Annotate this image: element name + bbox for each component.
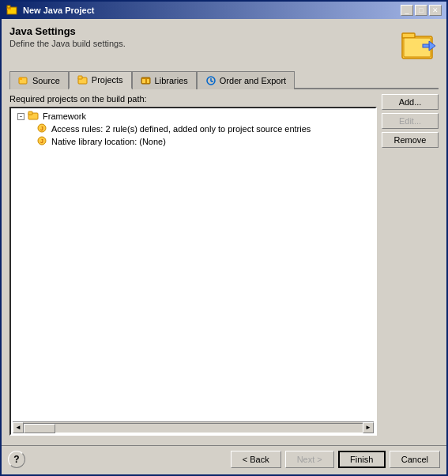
horizontal-scrollbar[interactable]: ◄ ► — [13, 421, 374, 433]
tab-source-label: Source — [32, 76, 60, 85]
tab-libraries-label: Libraries — [155, 76, 188, 85]
add-button[interactable]: Add... — [382, 94, 439, 110]
help-button[interactable]: ? — [8, 451, 25, 468]
tab-libraries[interactable]: Libraries — [132, 71, 197, 89]
svg-rect-19 — [28, 111, 32, 115]
native-lib-icon: J — [36, 136, 47, 147]
section-label: Required projects on the build path: — [9, 94, 377, 104]
window-title: New Java Project — [23, 6, 397, 15]
footer-left: ? — [8, 451, 25, 468]
tree-item-native-lib-label: Native library location: (None) — [51, 137, 166, 146]
finish-button[interactable]: Finish — [338, 451, 386, 468]
tab-order-export[interactable]: Order and Export — [197, 71, 295, 89]
main-content: Java Settings Define the Java build sett… — [2, 19, 446, 442]
tree-item-access-rules-label: Access rules: 2 rule(s) defined, added o… — [51, 124, 311, 134]
footer: ? < Back Next > Finish Cancel — [2, 445, 446, 474]
tree-item-native-lib[interactable]: J Native library location: (None) — [35, 135, 374, 148]
scrollbar-thumb[interactable] — [24, 424, 55, 433]
svg-text:J: J — [40, 126, 43, 131]
title-bar: New Java Project _ □ ✕ — [2, 2, 446, 19]
cancel-button[interactable]: Cancel — [390, 451, 440, 468]
scrollbar-track — [24, 423, 363, 433]
order-export-tab-icon — [205, 75, 216, 86]
tree-item-framework-label: Framework — [43, 111, 86, 121]
maximize-button[interactable]: □ — [415, 5, 427, 16]
new-java-project-window: New Java Project _ □ ✕ Java Settings Def… — [0, 0, 448, 476]
header-folder-icon — [401, 25, 439, 63]
tab-order-export-label: Order and Export — [220, 76, 286, 85]
close-button[interactable]: ✕ — [429, 5, 442, 16]
libraries-tab-icon — [141, 75, 152, 86]
footer-right: < Back Next > Finish Cancel — [231, 451, 440, 468]
svg-rect-9 — [19, 77, 22, 80]
back-button[interactable]: < Back — [231, 451, 281, 468]
svg-rect-11 — [78, 76, 82, 79]
next-button[interactable]: Next > — [285, 451, 334, 468]
svg-rect-2 — [7, 6, 10, 8]
tree-panel[interactable]: - Framework — [9, 107, 377, 436]
scroll-left-button[interactable]: ◄ — [13, 422, 24, 433]
projects-tab-icon — [77, 74, 88, 85]
folder-icon-framework — [28, 111, 39, 122]
tab-projects-label: Projects — [92, 75, 123, 85]
expand-icon-framework[interactable]: - — [17, 113, 24, 120]
svg-rect-14 — [147, 79, 149, 83]
tab-projects[interactable]: Projects — [69, 71, 132, 89]
svg-rect-7 — [423, 44, 429, 47]
main-panel: Required projects on the build path: - — [9, 94, 439, 436]
window-icon — [6, 4, 19, 17]
svg-rect-13 — [142, 79, 145, 83]
remove-button[interactable]: Remove — [382, 132, 439, 148]
title-bar-buttons: _ □ ✕ — [401, 5, 442, 16]
page-subtitle: Define the Java build settings. — [9, 39, 126, 48]
tree-content: - Framework — [13, 110, 374, 421]
tab-source[interactable]: Source — [9, 71, 69, 89]
svg-text:J: J — [40, 138, 43, 144]
tree-panel-wrapper: Required projects on the build path: - — [9, 94, 377, 436]
minimize-button[interactable]: _ — [401, 5, 413, 16]
header-area: Java Settings Define the Java build sett… — [9, 25, 439, 63]
header-text: Java Settings Define the Java build sett… — [9, 25, 126, 48]
tabs-container: Source Projects — [9, 70, 439, 89]
tree-item-framework[interactable]: - Framework — [16, 110, 374, 123]
access-rules-icon: J — [36, 123, 47, 134]
source-tab-icon — [18, 75, 29, 86]
tree-item-access-rules[interactable]: J Access rules: 2 rule(s) defined, added… — [35, 123, 374, 135]
edit-button[interactable]: Edit... — [382, 113, 439, 129]
side-buttons-panel: Add... Edit... Remove — [382, 94, 439, 436]
scroll-right-button[interactable]: ► — [363, 422, 374, 433]
svg-rect-4 — [402, 33, 415, 38]
page-title: Java Settings — [9, 25, 126, 37]
